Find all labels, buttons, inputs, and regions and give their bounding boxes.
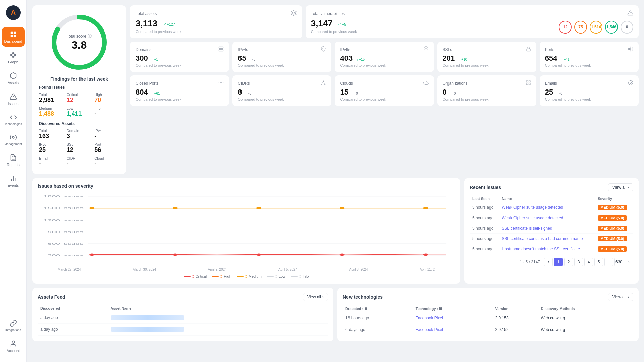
right-panels: Total assets 3,113 +127 Compared to prev… [130, 5, 639, 174]
status-badge: MEDIUM (5.0) [598, 246, 627, 252]
grid-icon [526, 80, 531, 86]
tech-name-link[interactable]: Facebook Pixel [416, 327, 443, 332]
network-icon [321, 80, 326, 86]
svg-text:A: A [11, 9, 15, 16]
feed-tbody: a day ago a day ago [38, 312, 328, 336]
chart-area: 1800 issues 1500 issues 1200 issues 900 … [38, 193, 455, 266]
sidebar-item-label: Account [7, 349, 20, 353]
svg-point-36 [323, 81, 324, 82]
legend-high: High [212, 274, 231, 278]
vuln-badge-medium: 1,514 [590, 21, 602, 34]
svg-rect-25 [219, 47, 223, 48]
total-vuln-title: Total vulnerabilities [311, 10, 633, 17]
legend-medium: Medium [237, 274, 262, 278]
svg-point-62 [423, 207, 428, 209]
svg-point-61 [340, 207, 345, 209]
issue-critical: Critical 12 [67, 93, 92, 104]
issue-name-link[interactable]: SSL certificate contains a bad common na… [502, 236, 583, 241]
svg-point-35 [220, 82, 222, 83]
issue-total: Total 2,981 [39, 93, 64, 104]
stat-row-2: Domains 300 ↑ +1 Compared to previous we… [130, 42, 639, 72]
findings-title: Findings for the last week [50, 76, 108, 82]
asset-ipv4: IPv4 - [94, 129, 119, 140]
issue-name-link[interactable]: SSL certificate is self-signed [502, 226, 552, 231]
sidebar-item-label: Graph [8, 60, 18, 64]
sidebar-item-technologies[interactable]: Technologies [2, 110, 25, 129]
sidebar-item-label: Assets [8, 81, 19, 85]
svg-point-37 [321, 84, 322, 85]
stat-domains: Domains 300 ↑ +1 Compared to previous we… [130, 42, 229, 72]
svg-rect-3 [13, 32, 16, 34]
score-label: Total score ⓘ [67, 33, 92, 39]
svg-marker-22 [291, 11, 296, 13]
new-tech-view-all[interactable]: View all › [608, 293, 633, 301]
sidebar-item-graph[interactable]: Graph [2, 48, 25, 67]
svg-point-63 [89, 254, 94, 256]
sidebar-item-management[interactable]: Management [2, 130, 25, 149]
found-issues-label: Found Issues [39, 85, 119, 90]
x-label-4: April 5, 2024 [278, 268, 297, 272]
sidebar-item-label: Events [8, 183, 19, 187]
page-5-button[interactable]: 5 [594, 258, 603, 266]
filter-icon[interactable]: ⊟ [364, 306, 367, 311]
cloud-icon [423, 80, 429, 86]
stat-ipv4s: IPv4s 65 →0 Compared to previous week [232, 42, 331, 72]
recent-issues-thead: Last Seen Name Severity [470, 195, 633, 202]
col-severity: Severity [595, 195, 633, 202]
x-label-6: April 11, 2 [420, 268, 435, 272]
severity-chart-title: Issues based on severity [38, 183, 93, 189]
page-1-button[interactable]: 1 [554, 258, 563, 266]
issue-name-link[interactable]: Hostname doesn't match the SSL certifica… [502, 247, 580, 251]
col-last-seen: Last Seen [470, 195, 499, 202]
prev-page-button[interactable]: ‹ [544, 258, 553, 266]
vuln-badge-info: 0 [621, 21, 633, 34]
svg-text:300 issues: 300 issues [48, 253, 84, 257]
top-stat-row: Total assets 3,113 +127 Compared to prev… [130, 5, 639, 38]
logo: A [6, 5, 21, 21]
svg-point-7 [13, 52, 14, 54]
sidebar-item-account[interactable]: Account [2, 337, 25, 356]
issue-medium: Medium 1,488 [39, 106, 64, 117]
asset-ssl: SSL 12 [67, 142, 92, 154]
asset-domain: Domain 3 [67, 129, 92, 140]
svg-point-30 [425, 48, 427, 49]
sidebar-item-events[interactable]: Events [2, 171, 25, 191]
page-3-button[interactable]: 3 [574, 258, 583, 266]
sidebar-item-label: Technologies [4, 122, 22, 126]
settings-icon [218, 80, 224, 86]
asset-email: Email - [39, 156, 64, 167]
stat-row-3: Closed Ports 804 ↑ +61 Compared to previ… [130, 75, 639, 106]
pagination-info: 1 - 5 / 3147 [520, 260, 540, 264]
recent-issues-view-all[interactable]: View all › [608, 183, 633, 191]
sidebar-item-reports[interactable]: Reports [2, 150, 25, 170]
assets-feed-title: Assets Feed [38, 294, 65, 300]
warning-icon [627, 10, 633, 17]
tech-name-link[interactable]: Facebook Pixel [416, 316, 443, 320]
svg-rect-5 [13, 35, 16, 37]
sidebar-item-issues[interactable]: Issues [2, 89, 25, 109]
total-vuln-value: 3,147 [311, 18, 333, 29]
issue-name-link[interactable]: Weak Cipher suite usage detected [502, 216, 563, 220]
sidebar-item-assets[interactable]: Assets [2, 69, 25, 88]
assets-feed-view-all[interactable]: View all › [303, 293, 328, 301]
next-page-button[interactable]: › [625, 258, 633, 266]
col-discovered: Discovered [38, 305, 108, 312]
col-technology: Technology ↕ ⊟ [413, 305, 493, 312]
page-4-button[interactable]: 4 [584, 258, 593, 266]
issue-name-link[interactable]: Weak Cipher suite usage detected [502, 205, 563, 210]
stat-closed-ports: Closed Ports 804 ↑ +61 Compared to previ… [130, 75, 229, 106]
tech-thead: Detected ↕ ⊟ Technology ↕ ⊟ [343, 305, 633, 312]
recent-issues-title: Recent issues [470, 185, 501, 190]
list-item: 16 hours ago Facebook Pixel 2.9.153 Web … [343, 312, 633, 324]
page-2-button[interactable]: 2 [564, 258, 573, 266]
filter2-icon[interactable]: ⊟ [439, 306, 442, 311]
total-assets-trend: +127 [162, 22, 175, 26]
feed-thead: Discovered Asset Name [38, 305, 328, 312]
sidebar-item-dashboard[interactable]: Dashboard [2, 27, 25, 47]
sidebar-item-integrations[interactable]: Integrations [2, 316, 25, 335]
svg-point-64 [173, 254, 178, 256]
svg-point-66 [340, 254, 345, 256]
page-ellipsis-button[interactable]: ... [604, 258, 613, 266]
page-last-button[interactable]: 630 [614, 258, 623, 266]
svg-point-16 [12, 136, 14, 138]
